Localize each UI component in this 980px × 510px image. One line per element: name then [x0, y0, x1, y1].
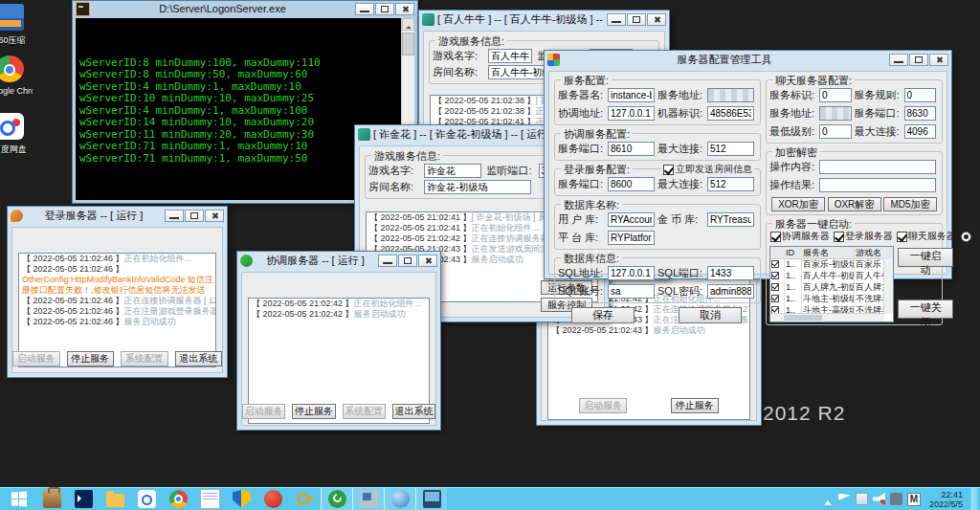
scroll-up-icon[interactable]: [402, 18, 414, 31]
service-button[interactable]: 启动服务: [579, 398, 627, 413]
server-checkbox[interactable]: 登录服务器: [834, 230, 893, 243]
baidu-netdisk-icon[interactable]: [131, 488, 163, 510]
maximize-button[interactable]: [627, 13, 646, 26]
field-input[interactable]: [819, 160, 936, 174]
game-name-field[interactable]: [424, 164, 481, 178]
server-manager-icon[interactable]: [36, 488, 68, 510]
close-button[interactable]: [929, 54, 948, 66]
select-mode-radio[interactable]: 全选: [961, 230, 980, 243]
close-button[interactable]: [418, 255, 437, 267]
service-button[interactable]: 启动服务: [242, 404, 285, 419]
service-button[interactable]: 退出系统: [175, 351, 223, 366]
computer-icon[interactable]: [415, 488, 447, 510]
service-button[interactable]: 退出系统: [392, 404, 435, 419]
crypto-button[interactable]: XOR加密: [771, 197, 825, 211]
game-name-field[interactable]: [488, 49, 532, 63]
crypto-button[interactable]: MD5加密: [883, 197, 937, 211]
maximize-button[interactable]: [909, 54, 928, 66]
table-header[interactable]: ID 服务名 游戏名: [770, 247, 893, 259]
minimize-button[interactable]: [355, 3, 374, 15]
send-room-info-checkbox[interactable]: 立即发送房间信息: [661, 163, 754, 176]
field-input[interactable]: [707, 88, 754, 102]
table-row[interactable]: 1.. 斗地主-初级场 不洗牌斗地主: [770, 294, 893, 305]
field-input[interactable]: [707, 177, 754, 191]
field-input[interactable]: [608, 284, 655, 299]
row-checkbox[interactable]: [771, 295, 779, 302]
titlebar[interactable]: 协调服务器 -- [ 运行 ]: [237, 252, 440, 270]
titlebar[interactable]: 服务器配置管理工具: [545, 51, 951, 69]
uac-shield-icon[interactable]: [226, 488, 257, 510]
minimize-button[interactable]: [378, 255, 397, 267]
onekey-close-button[interactable]: 一键关闭: [898, 299, 953, 319]
field-input[interactable]: [904, 124, 937, 139]
minimize-button[interactable]: [607, 13, 626, 26]
chrome-icon[interactable]: [163, 488, 194, 510]
device-icon[interactable]: [352, 488, 384, 510]
tray-expand-icon[interactable]: [821, 493, 834, 505]
service-button[interactable]: 启动服务: [12, 351, 60, 366]
clock[interactable]: 22:41 2022/5/5: [925, 490, 967, 509]
field-input[interactable]: [707, 212, 754, 227]
action-center-flag-icon[interactable]: [838, 494, 851, 506]
field-input[interactable]: [608, 177, 655, 191]
service-button[interactable]: 停止服务: [67, 351, 115, 366]
network-icon[interactable]: [856, 493, 868, 505]
table-row[interactable]: 1.. 百人牌九-初级场 百人牌九: [770, 282, 893, 294]
field-input[interactable]: [707, 284, 754, 299]
m-badge[interactable]: M: [907, 493, 921, 506]
globe-icon[interactable]: [384, 488, 415, 510]
maximize-button[interactable]: [185, 210, 204, 222]
service-button[interactable]: 停止服务: [292, 404, 335, 419]
powershell-icon[interactable]: [68, 488, 100, 510]
ime-indicator-icon[interactable]: [890, 493, 902, 505]
table-row[interactable]: 1.. 百家乐-初级场 百家乐: [770, 259, 893, 271]
field-input[interactable]: [608, 231, 655, 245]
show-desktop-button[interactable]: [971, 488, 977, 510]
field-input[interactable]: [819, 178, 936, 192]
field-input[interactable]: [608, 266, 655, 280]
save-button[interactable]: 保存: [571, 307, 635, 323]
service-button[interactable]: 系统配置: [121, 351, 168, 366]
desktop-icon-360zip[interactable]: 360压缩: [0, 4, 33, 47]
notepad-icon[interactable]: [194, 488, 226, 510]
row-checkbox[interactable]: [771, 260, 779, 268]
folder-icon[interactable]: [100, 488, 131, 510]
field-input[interactable]: [608, 212, 655, 227]
titlebar[interactable]: D:\Server\LogonServer.exe: [73, 1, 417, 16]
table-horizontal-scrollbar[interactable]: [770, 313, 884, 322]
field-input[interactable]: [819, 106, 852, 121]
close-button[interactable]: [205, 210, 224, 222]
close-button[interactable]: [647, 13, 666, 26]
recycle-icon[interactable]: [321, 488, 352, 510]
maximize-button[interactable]: [398, 255, 417, 267]
desktop-icon-baidu-netdisk[interactable]: 百度网盘: [0, 113, 33, 156]
row-checkbox[interactable]: [771, 272, 779, 279]
crypto-button[interactable]: OXR解密: [828, 197, 881, 211]
onekey-start-button[interactable]: 一键启动: [898, 248, 953, 267]
desktop-icon-chrome[interactable]: Google Chrome: [0, 55, 33, 96]
red-user-icon[interactable]: [257, 488, 289, 510]
maximize-button[interactable]: [375, 3, 394, 15]
titlebar[interactable]: 登录服务器 -- [ 运行 ]: [8, 207, 227, 225]
server-checkbox[interactable]: 聊天服务器: [897, 230, 956, 243]
field-input[interactable]: [608, 142, 655, 156]
start-button[interactable]: [0, 488, 36, 510]
field-input[interactable]: [819, 124, 852, 139]
minimize-button[interactable]: [165, 210, 184, 222]
volume-muted-icon[interactable]: [873, 493, 885, 505]
row-checkbox[interactable]: [771, 283, 779, 291]
field-input[interactable]: [707, 142, 754, 156]
field-input[interactable]: [904, 88, 937, 102]
field-input[interactable]: [819, 88, 852, 102]
key-icon[interactable]: [289, 488, 321, 510]
service-button[interactable]: 系统配置: [343, 404, 386, 419]
service-button[interactable]: 停止服务: [671, 398, 719, 413]
close-button[interactable]: [395, 3, 414, 15]
room-name-field[interactable]: [424, 180, 531, 194]
table-vertical-scrollbar[interactable]: [883, 258, 893, 314]
field-input[interactable]: [608, 106, 655, 121]
field-input[interactable]: [904, 106, 937, 121]
server-checkbox[interactable]: 协调服务器: [770, 230, 830, 243]
field-input[interactable]: [608, 88, 655, 102]
table-row[interactable]: 1.. 百人牛牛-初级场 百人牛牛: [770, 271, 893, 282]
